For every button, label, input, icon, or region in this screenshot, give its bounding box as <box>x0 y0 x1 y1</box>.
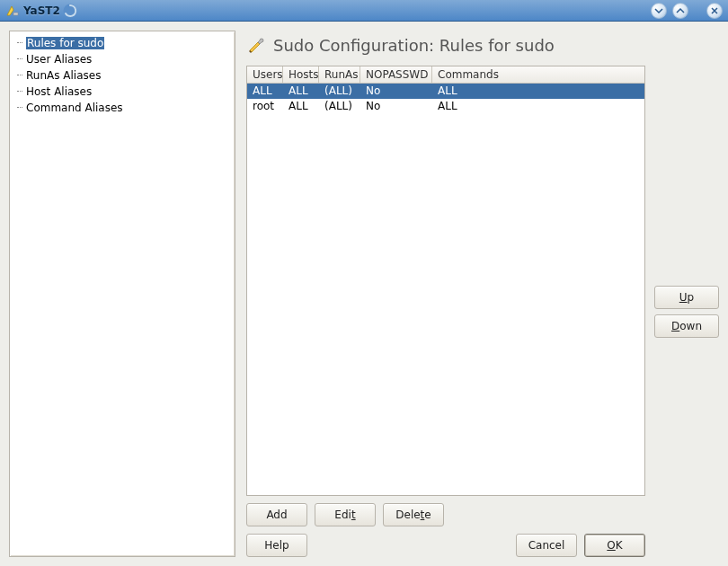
edit-button[interactable]: Edit <box>315 503 376 526</box>
cancel-button[interactable]: Cancel <box>516 534 577 557</box>
reorder-buttons: Up Down <box>654 66 719 557</box>
table-row[interactable]: root ALL (ALL) No ALL <box>247 99 644 114</box>
sidebar-item-rules-for-sudo[interactable]: Rules for sudo <box>10 35 235 51</box>
col-commands[interactable]: Commands <box>432 66 644 83</box>
up-button[interactable]: Up <box>654 286 719 309</box>
rules-table[interactable]: Users Hosts RunAs NOPASSWD Commands ALL … <box>246 66 645 496</box>
sidebar-item-command-aliases[interactable]: Command Aliases <box>10 100 235 116</box>
shade-up-button[interactable] <box>672 3 688 19</box>
table-body: ALL ALL (ALL) No ALL root ALL (ALL) No A… <box>247 84 644 495</box>
close-button[interactable] <box>706 3 723 19</box>
shade-down-button[interactable] <box>651 3 667 19</box>
col-runas[interactable]: RunAs <box>319 66 360 83</box>
col-nopasswd[interactable]: NOPASSWD <box>360 66 432 83</box>
col-hosts[interactable]: Hosts <box>283 66 319 83</box>
add-button[interactable]: Add <box>246 503 307 526</box>
help-button[interactable]: Help <box>246 534 307 557</box>
sidebar-item-runas-aliases[interactable]: RunAs Aliases <box>10 67 235 84</box>
table-row[interactable]: ALL ALL (ALL) No ALL <box>247 84 644 99</box>
footer: Help Cancel OK <box>246 534 645 557</box>
table-actions: Add Edit Delete <box>246 503 645 526</box>
ok-button[interactable]: OK <box>584 534 645 557</box>
app-icon <box>5 4 20 18</box>
col-users[interactable]: Users <box>247 66 283 83</box>
svg-rect-0 <box>13 13 18 15</box>
window-title: YaST2 <box>23 4 60 17</box>
distro-swirl-icon <box>62 3 78 19</box>
sidebar-item-user-aliases[interactable]: User Aliases <box>10 51 235 67</box>
window-titlebar: YaST2 <box>0 0 728 22</box>
sidebar-item-host-aliases[interactable]: Host Aliases <box>10 84 235 100</box>
down-button[interactable]: Down <box>654 314 719 338</box>
table-header: Users Hosts RunAs NOPASSWD Commands <box>247 66 644 84</box>
delete-button[interactable]: Delete <box>383 503 444 526</box>
main-panel: Sudo Configuration: Rules for sudo Users… <box>246 31 719 557</box>
window-body: Rules for sudo User Aliases RunAs Aliase… <box>0 22 728 566</box>
main-header: Sudo Configuration: Rules for sudo <box>246 31 719 58</box>
page-title: Sudo Configuration: Rules for sudo <box>273 36 555 55</box>
wrench-pencil-icon <box>246 34 266 57</box>
sidebar-tree[interactable]: Rules for sudo User Aliases RunAs Aliase… <box>9 31 235 557</box>
